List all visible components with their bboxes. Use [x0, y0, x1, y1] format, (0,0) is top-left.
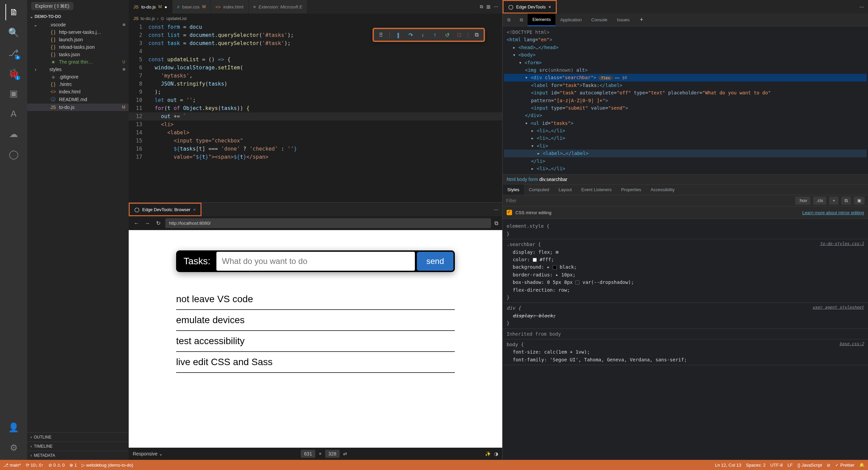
file-tree-item[interactable]: JSto-do.jsM — [27, 104, 129, 111]
status-item[interactable]: {} JavaScript — [797, 463, 822, 468]
debug-btn-2[interactable]: ↷ — [407, 31, 414, 39]
dom-node[interactable]: <html lang="en"> — [504, 36, 867, 43]
viewport-width[interactable]: 631 — [301, 450, 315, 458]
browser-viewport[interactable]: Tasks: not leave VS codeemulate devicest… — [129, 230, 502, 448]
filter-chip[interactable]: .cls — [813, 197, 827, 205]
styles-tab-accessibility[interactable]: Accessibility — [646, 184, 679, 195]
task-item[interactable]: live edit CSS and Sass — [176, 352, 455, 373]
task-item[interactable]: test accessibility — [176, 331, 455, 352]
styles-tab-event-listeners[interactable]: Event Listeners — [576, 184, 616, 195]
task-input[interactable] — [216, 252, 415, 271]
dom-node[interactable]: ▾ <li> — [504, 142, 867, 150]
viewport-height[interactable]: 328 — [325, 450, 340, 458]
panel-more-icon[interactable]: ⋯ — [855, 4, 868, 9]
more-icon[interactable]: ⋯ — [494, 4, 498, 9]
mirror-checkbox[interactable] — [507, 210, 512, 215]
dom-node[interactable]: ▸ <label>…</label> — [504, 150, 867, 157]
inspect-element-icon[interactable]: ⧉ — [503, 14, 515, 26]
dom-node[interactable]: ▾ <div class="searchbar">flex== $0 — [504, 74, 867, 81]
editor-tab[interactable]: <>index.html — [211, 0, 248, 14]
sidebar-section-timeline[interactable]: ›TIMELINE — [27, 442, 129, 451]
debug-btn-6[interactable]: □ — [456, 31, 463, 39]
status-item[interactable]: 🔔 — [859, 463, 865, 468]
device-toggle-icon[interactable]: ⧉ — [515, 14, 528, 26]
devtools-tool-console[interactable]: Console — [587, 14, 612, 26]
styles-tab-styles[interactable]: Styles — [503, 184, 524, 195]
add-tool-icon[interactable]: + — [640, 16, 643, 23]
gear-icon[interactable]: ⚙ — [5, 440, 22, 456]
dom-node[interactable]: pattern="[a-z|A-Z|0-9| ]+"> — [504, 97, 867, 104]
dom-node[interactable]: ▸ <li>…</li> — [504, 127, 867, 134]
status-item[interactable]: Spaces: 2 — [746, 463, 766, 468]
explorer-icon[interactable]: 🗎 — [5, 4, 22, 20]
rotate-icon[interactable]: ⇄ — [343, 451, 347, 456]
devtools-tool-application[interactable]: Application — [555, 14, 587, 26]
styles-tab-properties[interactable]: Properties — [616, 184, 646, 195]
forward-icon[interactable]: → — [144, 220, 151, 226]
wand-icon[interactable]: ✨ — [485, 451, 491, 456]
file-tree-item[interactable]: ⌄.vscode — [27, 21, 129, 28]
compare-icon[interactable]: ⧉ — [480, 4, 483, 9]
file-tree-item[interactable]: { }http-server-tasks.j… — [27, 28, 129, 36]
close-icon[interactable]: × — [548, 4, 551, 9]
filter-chip[interactable]: ⧉ — [841, 197, 851, 205]
editor-tab[interactable]: ≡Extension: Microsoft E — [249, 0, 308, 14]
filter-input[interactable] — [506, 198, 795, 203]
file-tree-item[interactable]: { }reload-tasks.json — [27, 43, 129, 51]
styles-tab-computed[interactable]: Computed — [524, 184, 554, 195]
debug-icon[interactable]: 🐞1 — [5, 65, 22, 81]
debug-btn-1[interactable]: ‖ — [395, 31, 402, 39]
dom-breadcrumb[interactable]: html body form div.searchbar — [503, 174, 868, 184]
file-tree-item[interactable]: <>index.html — [27, 88, 129, 95]
search-icon[interactable]: 🔍 — [5, 24, 22, 41]
inspect-icon[interactable]: ⧉ — [494, 220, 498, 226]
back-icon[interactable]: ← — [133, 220, 140, 226]
debug-btn-0[interactable]: ⠿ — [377, 31, 385, 39]
dom-node[interactable]: ▸ <head>…</head> — [504, 44, 867, 51]
status-item[interactable]: ⊘ 0 ⚠ 0 — [48, 463, 65, 468]
reload-icon[interactable]: ↻ — [154, 220, 162, 226]
status-item[interactable]: ⎇ main* — [3, 463, 21, 468]
filter-chip[interactable]: ▣ — [854, 197, 865, 205]
status-item[interactable]: ⊘ — [827, 463, 830, 468]
debug-btn-4[interactable]: ↑ — [431, 31, 439, 39]
devtools-tool-elements[interactable]: Elements — [528, 14, 555, 26]
mirror-learn-more-link[interactable]: Learn more about mirror editing — [802, 210, 864, 215]
styles-tab-layout[interactable]: Layout — [554, 184, 576, 195]
filter-chip[interactable]: :hov — [795, 197, 810, 205]
dom-node[interactable]: ▾ <body> — [504, 51, 867, 59]
breadcrumb[interactable]: JS to-do.js › ⊙ updateList — [129, 14, 502, 23]
dom-node[interactable]: </li> — [504, 157, 867, 165]
devtools-tool-issues[interactable]: Issues — [612, 14, 635, 26]
dom-node[interactable]: <input id="task" autocomplete="off" type… — [504, 89, 867, 96]
responsive-selector[interactable]: Responsive ⌄ — [133, 451, 163, 456]
edge-icon[interactable]: ◯ — [5, 146, 22, 162]
sidebar-section-metadata[interactable]: ›METADATA — [27, 451, 129, 460]
file-tree-item[interactable]: ›styles — [27, 66, 129, 73]
file-tree-item[interactable]: ⓘREADME.md — [27, 95, 129, 104]
url-input[interactable] — [165, 218, 491, 228]
dom-node[interactable]: ▾ <ul id="tasks"> — [504, 119, 867, 127]
styles-body[interactable]: element.style {}to-do-styles.css:1.searc… — [503, 219, 868, 460]
dom-node[interactable]: ▸ <li>…</li> — [504, 134, 867, 142]
account-icon[interactable]: 👤 — [5, 419, 22, 435]
filter-chip[interactable]: + — [829, 197, 839, 205]
project-root[interactable]: ⌄DEMO-TO-DO — [27, 12, 129, 21]
dom-node[interactable]: ▾ <form> — [504, 59, 867, 66]
status-item[interactable]: LF — [787, 463, 792, 468]
scm-icon[interactable]: ⎇4 — [5, 45, 22, 61]
azure-icon[interactable]: A — [5, 106, 22, 122]
file-tree-item[interactable]: { }tasks.json — [27, 51, 129, 58]
task-item[interactable]: not leave VS code — [176, 289, 455, 310]
file-tree-item[interactable]: ★The great thin…U — [27, 58, 129, 66]
devtools-tab[interactable]: ◯ Edge DevTools × — [503, 0, 557, 14]
devtools-icon[interactable]: ◑ — [494, 451, 498, 456]
dom-node[interactable]: <img src(unknown) alt> — [504, 66, 867, 74]
close-icon[interactable]: × — [193, 207, 196, 212]
dom-tree[interactable]: <!DOCTYPE html><html lang="en">▸ <head>…… — [503, 26, 868, 174]
file-tree-item[interactable]: ◈.gitignore — [27, 73, 129, 81]
send-button[interactable] — [417, 252, 453, 271]
debug-btn-7[interactable]: ⧉ — [473, 31, 480, 39]
dom-node[interactable]: <label for="task">Tasks:</label> — [504, 82, 867, 89]
panel-more-icon[interactable]: ⋯ — [490, 207, 502, 212]
